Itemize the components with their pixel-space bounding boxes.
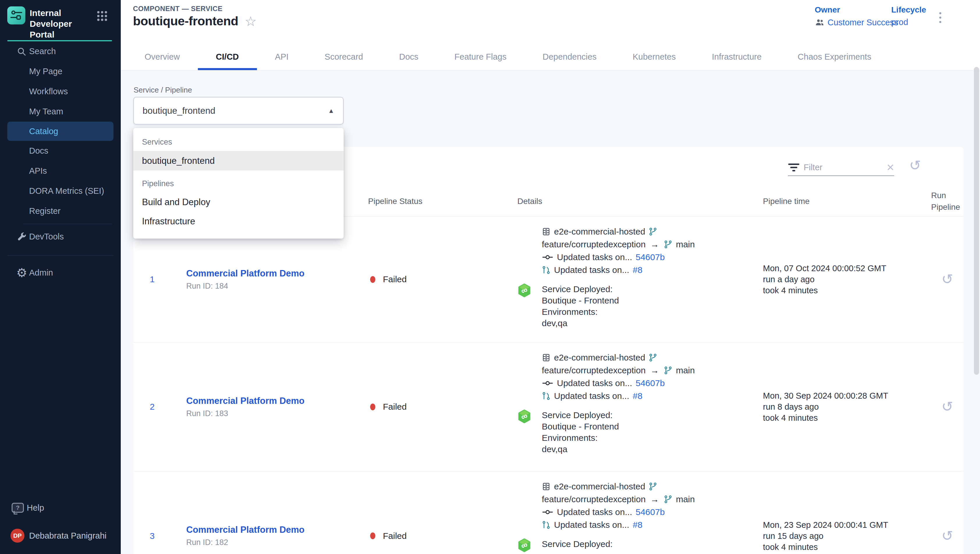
deploy-line: Service Deployed: xyxy=(542,538,612,550)
failed-dot-icon xyxy=(370,276,375,283)
menu-group-header-services: Services xyxy=(133,133,344,151)
tab-dependencies[interactable]: Dependencies xyxy=(525,43,614,70)
repo-icon xyxy=(542,227,550,236)
commit-message: Updated tasks on... xyxy=(557,251,632,264)
cd-module-icon: ∞ xyxy=(517,283,531,298)
col-run-pipeline: Run Pipeline xyxy=(931,190,963,213)
more-options-kebab-icon[interactable] xyxy=(934,8,946,27)
filter-bar: × xyxy=(788,159,894,176)
menu-option-infrastructure[interactable]: Infrastructure xyxy=(133,212,344,231)
sidebar-item-register[interactable]: Register xyxy=(0,201,121,221)
pipeline-name-link[interactable]: Commercial Platform Demo xyxy=(186,268,305,279)
tab-docs[interactable]: Docs xyxy=(381,43,436,70)
commit-link[interactable]: 54607b xyxy=(636,506,665,519)
sidebar-item-docs[interactable]: Docs xyxy=(0,141,121,161)
tab-kubernetes[interactable]: Kubernetes xyxy=(614,43,694,70)
row-index: 3 xyxy=(133,531,171,541)
repo-name: e2e-commercial-hosted xyxy=(554,480,645,493)
clear-filter-icon[interactable]: × xyxy=(886,161,894,174)
git-branch-icon xyxy=(664,495,673,504)
status-cell: Failed xyxy=(368,274,517,284)
run-id: Run ID: 184 xyxy=(186,282,368,291)
pr-message: Updated tasks on... xyxy=(554,519,629,531)
row-index: 1 xyxy=(133,274,171,284)
pr-link[interactable]: #8 xyxy=(633,390,643,403)
repo-name: e2e-commercial-hosted xyxy=(554,351,645,364)
sidebar-item-workflows[interactable]: Workflows xyxy=(0,81,121,102)
favorite-star-icon[interactable]: ☆ xyxy=(245,14,257,28)
details-cell: e2e-commercial-hosted feature/corruptede… xyxy=(517,217,763,329)
run-id: Run ID: 183 xyxy=(186,409,368,418)
sidebar-divider xyxy=(23,224,112,224)
branch-from: feature/corruptedexception xyxy=(542,493,646,506)
vertical-scrollbar[interactable] xyxy=(974,67,979,375)
tab-scorecard[interactable]: Scorecard xyxy=(307,43,381,70)
sidebar-item-my-team[interactable]: My Team xyxy=(0,102,121,122)
commit-icon xyxy=(542,254,554,260)
lifecycle-label: Lifecycle xyxy=(891,5,926,14)
git-branch-icon xyxy=(649,353,657,362)
owner-block: Owner Customer Success xyxy=(815,5,898,27)
status-label: Failed xyxy=(383,274,407,284)
service-pipeline-select[interactable]: boutique_frontend ▲ xyxy=(133,97,344,124)
pipeline-time-cell: Mon, 30 Sep 2024 00:00:28 GMT run 8 days… xyxy=(763,390,931,423)
user-menu[interactable]: DP Debabrata Panigrahi xyxy=(0,526,121,545)
commit-link[interactable]: 54607b xyxy=(636,251,665,264)
people-icon xyxy=(815,18,825,27)
apps-grid-icon[interactable] xyxy=(97,11,107,21)
pr-link[interactable]: #8 xyxy=(633,519,643,531)
sidebar-nav: Search My Page Workflows My Team Catalog… xyxy=(0,41,121,283)
brand: Internal Developer Portal xyxy=(0,0,121,41)
arrow-right-icon: → xyxy=(650,238,659,251)
deploy-line: Boutique - Frontend xyxy=(542,295,619,306)
table-body: 1 Commercial Platform Demo Run ID: 184 F… xyxy=(133,217,963,554)
sidebar-item-apis[interactable]: APIs xyxy=(0,161,121,181)
commit-icon xyxy=(542,380,554,387)
tab-infrastructure[interactable]: Infrastructure xyxy=(694,43,780,70)
pipeline-name-link[interactable]: Commercial Platform Demo xyxy=(186,525,305,535)
lifecycle-block: Lifecycle prod xyxy=(891,5,926,27)
details-cell: e2e-commercial-hosted feature/corruptede… xyxy=(517,471,763,552)
sidebar-item-dora-metrics[interactable]: DORA Metrics (SEI) xyxy=(0,181,121,201)
filter-icon xyxy=(788,162,800,172)
details-cell: e2e-commercial-hosted feature/corruptede… xyxy=(517,342,763,455)
commit-message: Updated tasks on... xyxy=(557,377,632,390)
run-pipeline-icon[interactable]: ↺ xyxy=(941,272,953,286)
col-pipeline-status: Pipeline Status xyxy=(368,197,517,206)
idp-logo-icon xyxy=(7,6,25,24)
help-button[interactable]: ? Help xyxy=(0,498,121,517)
run-pipeline-icon[interactable]: ↺ xyxy=(941,400,953,414)
commit-icon xyxy=(542,509,554,515)
owner-link[interactable]: Customer Success xyxy=(815,18,898,27)
user-name: Debabrata Panigrahi xyxy=(29,531,107,541)
deploy-line: Boutique - Frontend xyxy=(542,421,619,432)
chevron-up-icon: ▲ xyxy=(328,107,334,115)
branch-from: feature/corruptedexception xyxy=(542,238,646,251)
sidebar-item-my-page[interactable]: My Page xyxy=(0,61,121,81)
pipeline-name-link[interactable]: Commercial Platform Demo xyxy=(186,396,305,406)
menu-option-build-and-deploy[interactable]: Build and Deploy xyxy=(133,193,344,212)
sidebar-item-search[interactable]: Search xyxy=(0,41,121,61)
filter-input[interactable] xyxy=(804,162,884,172)
commit-link[interactable]: 54607b xyxy=(636,377,665,390)
menu-group-header-pipelines: Pipelines xyxy=(133,175,344,193)
pull-request-icon xyxy=(542,266,550,274)
tab-cicd[interactable]: CI/CD xyxy=(198,43,257,70)
sidebar-item-admin[interactable]: ⚙ Admin xyxy=(0,263,121,283)
tab-api[interactable]: API xyxy=(257,43,307,70)
run-pipeline-icon[interactable]: ↺ xyxy=(941,529,953,543)
run-id: Run ID: 182 xyxy=(186,538,368,547)
tab-feature-flags[interactable]: Feature Flags xyxy=(436,43,525,70)
sidebar-item-catalog[interactable]: Catalog xyxy=(7,122,113,141)
sidebar-item-devtools[interactable]: DevTools xyxy=(0,227,121,247)
failed-dot-icon xyxy=(370,532,375,539)
tab-overview[interactable]: Overview xyxy=(127,43,198,70)
pr-link[interactable]: #8 xyxy=(633,264,643,276)
menu-option-boutique-frontend[interactable]: boutique_frontend xyxy=(133,151,344,170)
help-icon: ? xyxy=(12,503,24,513)
repo-icon xyxy=(542,353,550,362)
refresh-icon[interactable]: ↺ xyxy=(909,159,921,172)
sidebar-divider xyxy=(7,255,113,256)
tab-chaos-experiments[interactable]: Chaos Experiments xyxy=(780,43,889,70)
failed-dot-icon xyxy=(370,404,375,410)
